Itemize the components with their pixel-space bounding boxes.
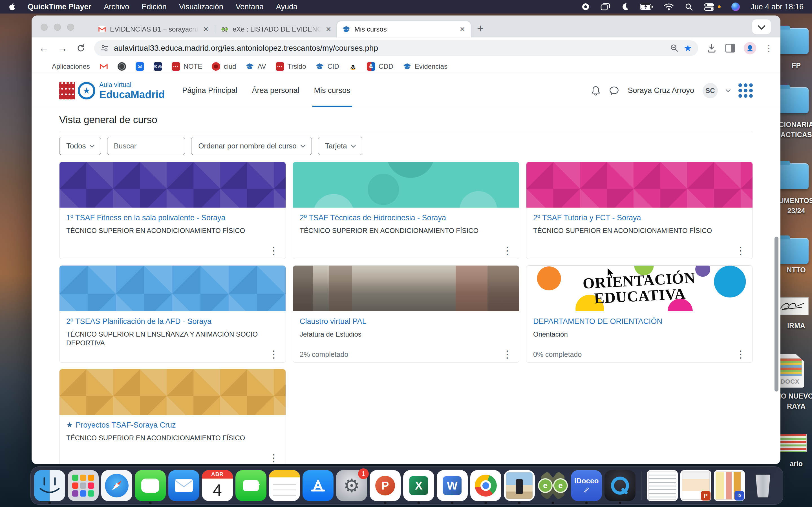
dock-exe[interactable]: e e: [538, 470, 568, 501]
course-image[interactable]: [59, 266, 286, 311]
menu-clock[interactable]: Jue 4 abr 18:16: [751, 3, 804, 11]
dock-word[interactable]: W: [437, 470, 468, 501]
starred-icon[interactable]: ★: [66, 420, 73, 429]
course-menu-icon[interactable]: ⋮: [269, 454, 279, 462]
dock-minimized-document[interactable]: [647, 470, 678, 501]
bookmark-ucam[interactable]: UC AM: [154, 62, 162, 71]
bookmark-gmail[interactable]: [100, 62, 108, 71]
dock-excel[interactable]: X: [403, 470, 434, 501]
dock-mail[interactable]: [168, 470, 199, 501]
nav-area-personal[interactable]: Área personal: [252, 74, 299, 107]
download-icon[interactable]: [707, 43, 717, 53]
dock-notes[interactable]: [269, 470, 300, 501]
course-menu-icon[interactable]: ⋮: [735, 350, 746, 358]
course-image[interactable]: [59, 369, 286, 415]
course-card[interactable]: 2º TSAF Tutoría y FCT - Soraya TÉCNICO S…: [526, 162, 753, 259]
user-avatar[interactable]: SC: [703, 83, 718, 98]
course-image[interactable]: [59, 162, 286, 208]
sort-dropdown[interactable]: Ordenar por nombre del curso: [191, 137, 312, 155]
desktop-item-label[interactable]: UMENTOS23/24: [780, 195, 812, 216]
bookmark-av[interactable]: AV: [246, 62, 266, 71]
course-link[interactable]: ★ Proyectos TSAF-Soraya Cruz: [66, 420, 279, 430]
menu-item-ventana[interactable]: Ventana: [236, 3, 264, 11]
dock-system-settings[interactable]: ⚙ 1: [336, 470, 367, 501]
display-dropdown[interactable]: Tarjeta: [318, 137, 362, 155]
course-link[interactable]: Claustro virtual PAL: [300, 317, 512, 327]
bookmark-mail[interactable]: ✉: [136, 62, 144, 71]
bookmark-globe[interactable]: [117, 62, 126, 71]
dock-minimized-powerpoint[interactable]: P: [680, 470, 711, 501]
desktop-item-label[interactable]: ario: [780, 459, 812, 469]
close-tab-icon[interactable]: ✕: [459, 25, 466, 33]
course-menu-icon[interactable]: ⋮: [269, 246, 279, 255]
signature-image-icon[interactable]: [776, 297, 809, 315]
apple-logo-icon[interactable]: [8, 3, 15, 11]
tab-evidencias[interactable]: EVIDENCIAS B1 – sorayacruze ✕: [93, 21, 214, 38]
dock-calendar[interactable]: ABR 4: [202, 470, 233, 501]
menu-item-visualizacion[interactable]: Visualización: [179, 3, 223, 11]
tab-search-button[interactable]: [752, 19, 771, 34]
course-card[interactable]: 2º TSAF Técnicas de Hidrocinesia - Soray…: [293, 162, 519, 259]
record-icon[interactable]: [581, 3, 590, 11]
control-center-icon[interactable]: [704, 3, 714, 11]
course-link[interactable]: 2º TSAF Tutoría y FCT - Soraya: [533, 213, 746, 223]
course-card[interactable]: 2º TSEAS Planificación de la AFD - Soray…: [59, 265, 286, 363]
address-bar[interactable]: aulavirtual33.educa.madrid.org/ies.anton…: [94, 40, 698, 56]
site-brand[interactable]: Aula virtual EducaMadrid: [99, 82, 165, 100]
browser-profile-avatar[interactable]: 👤: [744, 42, 756, 54]
desktop-item-label[interactable]: CIONARIAACTICAS: [780, 119, 812, 140]
bookmark-evidencias[interactable]: Evidencias: [403, 62, 448, 71]
dock-facetime[interactable]: [236, 470, 266, 501]
minimize-window-button[interactable]: [54, 24, 61, 31]
back-button[interactable]: ←: [39, 43, 49, 53]
desktop-item-label[interactable]: FP: [780, 60, 812, 70]
bookmark-aplicaciones[interactable]: Aplicaciones: [40, 62, 90, 71]
course-menu-icon[interactable]: ⋮: [502, 246, 512, 255]
dock-messages[interactable]: [135, 470, 166, 501]
dock-idoceo[interactable]: iDoceo ∕∕: [571, 470, 602, 501]
dock-powerpoint[interactable]: P: [370, 470, 401, 501]
bookmark-trsldo[interactable]: ••• Trsldo: [276, 62, 306, 71]
course-link[interactable]: 2º TSAF Técnicas de Hidrocinesia - Soray…: [300, 213, 512, 223]
user-name[interactable]: Soraya Cruz Arroyo: [627, 86, 694, 95]
dock-safari[interactable]: [101, 470, 132, 501]
forward-button[interactable]: →: [57, 43, 68, 53]
browser-menu-icon[interactable]: ⋮: [765, 43, 773, 53]
dock-preview[interactable]: [504, 470, 535, 501]
site-settings-icon[interactable]: [100, 44, 109, 52]
menu-app-name[interactable]: QuickTime Player: [28, 3, 91, 11]
dock-chrome[interactable]: [470, 470, 501, 501]
bookmark-cid[interactable]: CID: [315, 62, 339, 71]
scrollbar-thumb[interactable]: [774, 237, 778, 392]
course-image[interactable]: [293, 266, 519, 311]
nav-mis-cursos[interactable]: Mis cursos: [314, 74, 350, 107]
group-filter-dropdown[interactable]: Todos: [59, 137, 101, 155]
course-link[interactable]: 2º TSEAS Planificación de la AFD - Soray…: [66, 317, 279, 327]
course-card[interactable]: Claustro virtual PAL Jefatura de Estudio…: [293, 265, 519, 363]
course-link[interactable]: 1º TSAF Fitness en la sala polivalente -…: [66, 213, 279, 223]
course-menu-icon[interactable]: ⋮: [269, 350, 279, 358]
course-card[interactable]: 1º TSAF Fitness en la sala polivalente -…: [59, 162, 286, 259]
dock-app-store[interactable]: [303, 470, 334, 501]
dock-finder[interactable]: [34, 470, 65, 501]
zoom-window-button[interactable]: [67, 24, 74, 31]
new-tab-button[interactable]: +: [477, 23, 484, 34]
zoom-out-icon[interactable]: [670, 44, 679, 53]
course-link[interactable]: DEPARTAMENTO DE ORIENTACIÓN: [533, 317, 746, 327]
bookmark-ciud[interactable]: ciud: [212, 62, 236, 71]
close-tab-icon[interactable]: ✕: [325, 25, 332, 33]
tab-mis-cursos[interactable]: Mis cursos ✕: [337, 21, 471, 38]
nav-pagina-principal[interactable]: Página Principal: [182, 74, 237, 107]
close-window-button[interactable]: [41, 24, 48, 31]
sheet-image-icon[interactable]: [776, 434, 807, 452]
side-panel-icon[interactable]: [725, 44, 735, 53]
desktop-item-label[interactable]: IRMA: [780, 321, 812, 331]
notifications-bell-icon[interactable]: [591, 86, 601, 96]
menu-item-edicion[interactable]: Edición: [142, 3, 167, 11]
dock-launchpad[interactable]: [68, 470, 99, 501]
course-menu-icon[interactable]: ⋮: [502, 350, 512, 358]
tab-exe[interactable]: eXe : LISTADO DE EVIDENCIAS ✕: [216, 21, 337, 38]
dock-quicktime[interactable]: [605, 470, 636, 501]
do-not-disturb-icon[interactable]: [621, 3, 629, 11]
reload-button[interactable]: [76, 43, 86, 53]
